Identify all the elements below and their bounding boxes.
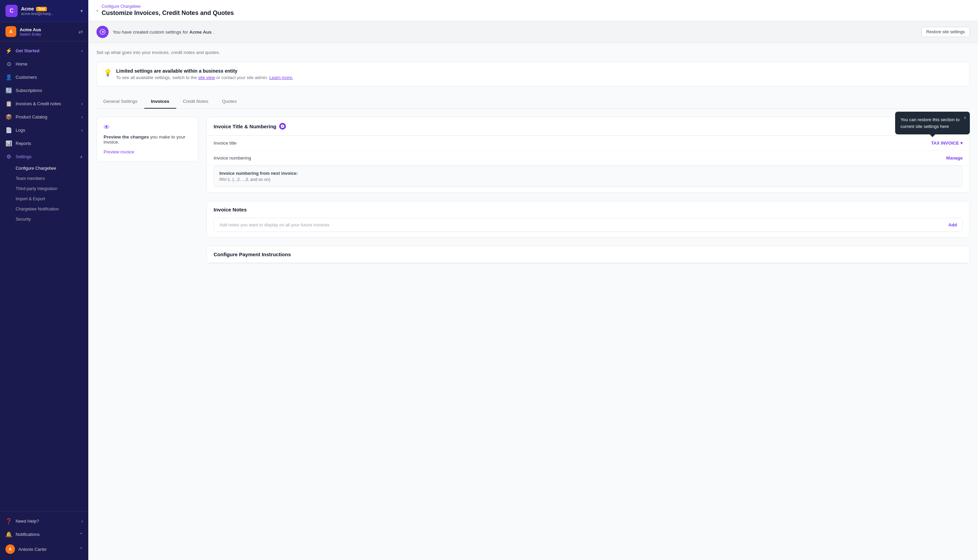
custom-settings-icon: [97, 26, 108, 38]
payment-instructions-card: Configure Payment Instructions: [207, 246, 970, 263]
sidebar-item-home[interactable]: ⊙ Home: [0, 57, 88, 71]
sub-nav-third-party[interactable]: Third-party Integration: [0, 183, 88, 194]
sidebar-item-settings[interactable]: ⚙ Settings ∧: [0, 150, 88, 163]
test-badge: Test: [36, 7, 47, 11]
chevron-down-icon: ⌃: [80, 532, 83, 537]
sidebar-item-label: Logs: [16, 128, 25, 133]
invoice-notes-placeholder: Add notes you want to display on all you…: [219, 222, 329, 227]
invoice-title-value[interactable]: TAX INVOICE ▾: [931, 140, 963, 146]
main-two-col: 👁 Preview the changes you make to your i…: [97, 117, 970, 263]
chevron-down-icon: ›: [82, 102, 83, 106]
chevron-down-icon: ∧: [80, 155, 83, 159]
topbar-info: Configure Chargebee Customize Invoices, …: [102, 4, 970, 17]
sidebar-item-label: Home: [16, 62, 27, 67]
tooltip-close-button[interactable]: ×: [964, 114, 966, 122]
sub-nav-chargebee-notification[interactable]: Chargebee Notification: [0, 204, 88, 214]
tab-invoices[interactable]: Invoices: [144, 95, 176, 108]
info-box-title: Limited settings are available within a …: [116, 68, 293, 73]
add-notes-button[interactable]: Add: [948, 222, 957, 227]
sidebar-item-need-help[interactable]: ❓ Need Help? ›: [0, 515, 88, 528]
tab-credit-notes[interactable]: Credit Notes: [176, 95, 215, 108]
logs-icon: 📄: [5, 127, 12, 133]
chevron-down-icon: ▾: [960, 140, 963, 146]
sidebar-item-invoices[interactable]: 📋 Invoices & Credit notes ›: [0, 97, 88, 110]
tabs-container: General Settings Invoices Credit Notes Q…: [97, 95, 970, 108]
entity-name: Acme Aus: [20, 27, 78, 32]
sidebar-item-notifications[interactable]: 🔔 Notifications ⌃: [0, 528, 88, 541]
content-body: Set up what goes into your invoices, cre…: [88, 43, 978, 270]
section-title: Invoice Title & Numbering: [214, 123, 286, 130]
sidebar-item-label: Subscriptions: [16, 88, 42, 93]
invoices-icon: 📋: [5, 100, 12, 107]
eye-icon: 👁: [103, 124, 110, 131]
restore-site-settings-button[interactable]: Restore site settings: [921, 27, 970, 37]
back-button[interactable]: ‹: [97, 7, 98, 13]
sidebar-item-logs[interactable]: 📄 Logs ›: [0, 123, 88, 137]
org-name: Acme Test: [21, 6, 77, 12]
sidebar-item-subscriptions[interactable]: 🔄 Subscriptions: [0, 84, 88, 97]
sidebar-item-label: Invoices & Credit notes: [16, 101, 61, 106]
sidebar-item-label: Reports: [16, 141, 31, 146]
numbering-box: Invoice numbering from next invoice: INV…: [214, 166, 963, 187]
sidebar-nav: ⚡ Get Started › ⊙ Home 👤 Customers 🔄 Sub…: [0, 42, 88, 512]
info-box-desc: To see all available settings, switch to…: [116, 75, 293, 80]
settings-panel: Invoice Title & Numbering ⋮ Invoice titl…: [207, 117, 970, 263]
custom-settings-text: You have created custom settings for Acm…: [113, 30, 917, 35]
invoice-title-row: Invoice title TAX INVOICE ▾: [207, 136, 970, 151]
app-logo: C: [5, 5, 18, 17]
tooltip-popup: × You can restore this section to curren…: [895, 112, 970, 134]
manage-link[interactable]: Manage: [946, 155, 963, 160]
get-started-icon: ⚡: [5, 48, 12, 54]
site-view-link[interactable]: site view: [198, 75, 215, 80]
sidebar-item-get-started[interactable]: ⚡ Get Started ›: [0, 44, 88, 57]
sidebar-item-reports[interactable]: 📊 Reports: [0, 137, 88, 150]
sidebar-item-label: Get Started: [16, 48, 39, 53]
preview-invoice-link[interactable]: Preview invoice: [103, 149, 134, 155]
product-catalog-icon: 📦: [5, 114, 12, 120]
page-title: Customize Invoices, Credit Notes and Quo…: [102, 10, 970, 17]
entity-section: A Acme Aus Switch Entity ⇄: [0, 22, 88, 42]
settings-icon: ⚙: [5, 153, 12, 160]
sidebar-item-label: Notifications: [16, 532, 40, 537]
sidebar-item-label: Customers: [16, 75, 37, 80]
payment-instructions-header: Configure Payment Instructions: [207, 246, 970, 263]
preview-card-header: 👁: [103, 124, 191, 131]
subscriptions-icon: 🔄: [5, 87, 12, 94]
sub-nav-configure-chargebee[interactable]: Configure Chargebee: [0, 163, 88, 173]
lightbulb-icon: 💡: [103, 68, 112, 77]
settings-sub-nav: Configure Chargebee Team members Third-p…: [0, 163, 88, 224]
sub-nav-team-members[interactable]: Team members: [0, 173, 88, 183]
sidebar-bottom: ❓ Need Help? › 🔔 Notifications ⌃ A Anton…: [0, 512, 88, 560]
sub-nav-security[interactable]: Security: [0, 214, 88, 224]
customers-icon: 👤: [5, 74, 12, 80]
org-info: Acme Test acme-test@charg...: [21, 6, 77, 16]
org-dropdown-icon[interactable]: ▾: [80, 8, 83, 13]
sub-nav-import-export[interactable]: Import & Export: [0, 194, 88, 204]
section-badge-icon: [279, 123, 286, 130]
invoice-numbering-row: Invoice numbering Manage: [207, 151, 970, 166]
section-card-header: Invoice Title & Numbering ⋮: [207, 117, 970, 136]
main-content: ‹ Configure Chargebee Customize Invoices…: [88, 0, 978, 560]
switch-entity-icon[interactable]: ⇄: [78, 28, 83, 35]
sidebar-item-product-catalog[interactable]: 📦 Product Catalog ›: [0, 110, 88, 123]
help-icon: ❓: [5, 518, 12, 524]
info-box: 💡 Limited settings are available within …: [97, 62, 970, 87]
reports-icon: 📊: [5, 140, 12, 147]
sidebar-item-user[interactable]: A Antonio Carter ⌃: [0, 541, 88, 557]
tab-quotes[interactable]: Quotes: [215, 95, 244, 108]
org-email: acme-test@charg...: [21, 12, 77, 16]
chevron-down-icon: ›: [82, 115, 83, 120]
switch-entity-link[interactable]: Switch Entity: [20, 32, 78, 36]
sidebar-header[interactable]: C Acme Test acme-test@charg... ▾: [0, 0, 88, 22]
sidebar-item-label: Need Help?: [16, 518, 39, 524]
user-avatar: A: [5, 544, 15, 554]
learn-more-link[interactable]: Learn more.: [269, 75, 293, 80]
invoice-notes-input[interactable]: Add notes you want to display on all you…: [214, 218, 963, 232]
invoice-notes-header: Invoice Notes: [207, 201, 970, 218]
topbar: ‹ Configure Chargebee Customize Invoices…: [88, 0, 978, 21]
sidebar-item-label: Antonio Carter: [18, 547, 47, 552]
sidebar-item-customers[interactable]: 👤 Customers: [0, 71, 88, 84]
tab-general-settings[interactable]: General Settings: [97, 95, 144, 108]
invoice-notes-card: Invoice Notes Add notes you want to disp…: [207, 201, 970, 238]
breadcrumb[interactable]: Configure Chargebee: [102, 4, 970, 9]
